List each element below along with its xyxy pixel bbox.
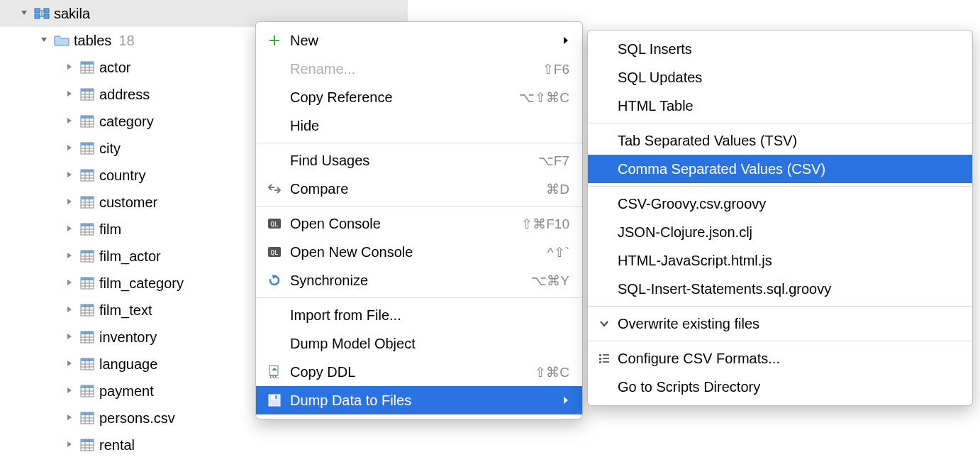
submenu-goto-scripts-directory[interactable]: Go to Scripts Directory [588, 373, 972, 401]
svg-marker-65 [67, 280, 72, 285]
expand-arrow-down-icon[interactable] [40, 35, 50, 45]
dump-data-submenu: SQL Inserts SQL Updates HTML Table Tab S… [587, 30, 973, 406]
table-icon [79, 437, 95, 453]
expand-arrow-right-icon[interactable] [65, 386, 75, 396]
svg-rect-25 [81, 116, 94, 119]
menu-synchronize[interactable]: Synchronize ⌥⌘Y [256, 266, 582, 295]
svg-rect-133 [599, 361, 601, 363]
menu-open-console[interactable]: QL Open Console ⇧⌘F10 [256, 209, 582, 238]
table-icon [79, 383, 95, 399]
svg-rect-2 [44, 9, 49, 13]
expand-arrow-right-icon[interactable] [65, 143, 75, 153]
tree-table-node[interactable]: rental [0, 432, 408, 458]
menu-separator [588, 186, 972, 187]
svg-rect-53 [81, 224, 94, 226]
menu-import-from-file[interactable]: Import from File... [256, 301, 582, 329]
menu-copy-reference[interactable]: Copy Reference ⌥⇧⌘C [256, 83, 582, 111]
tree-table-label: category [99, 114, 154, 130]
table-icon [79, 221, 95, 237]
submenu-sql-insert-statements[interactable]: SQL-Insert-Statements.sql.groovy [588, 275, 972, 303]
submenu-tsv[interactable]: Tab Separated Values (TSV) [588, 126, 972, 155]
shortcut: ⌥⌘Y [531, 273, 569, 289]
submenu-sql-inserts[interactable]: SQL Inserts [588, 35, 972, 63]
expand-arrow-down-icon[interactable] [20, 9, 30, 18]
submenu-sql-updates[interactable]: SQL Updates [588, 63, 972, 92]
table-icon [79, 356, 95, 372]
svg-text:QL: QL [271, 249, 279, 256]
svg-marker-58 [67, 253, 72, 258]
svg-rect-81 [81, 331, 94, 334]
tree-table-label: inventory [99, 329, 157, 346]
submenu-configure-csv-formats[interactable]: Configure CSV Formats... [588, 344, 972, 373]
shortcut: ⌥⇧⌘C [519, 89, 569, 106]
svg-rect-130 [603, 354, 609, 356]
compare-icon [266, 183, 283, 194]
svg-marker-37 [67, 172, 72, 177]
menu-new[interactable]: New [256, 26, 582, 55]
submenu-csv-groovy[interactable]: CSV-Groovy.csv.groovy [588, 189, 972, 218]
expand-arrow-right-icon[interactable] [65, 62, 75, 72]
svg-marker-8 [41, 38, 47, 42]
expand-arrow-right-icon[interactable] [65, 116, 75, 126]
table-icon [79, 194, 95, 210]
expand-arrow-right-icon[interactable] [65, 413, 75, 423]
svg-rect-3 [35, 14, 40, 18]
submenu-arrow-icon [562, 392, 569, 409]
menu-hide[interactable]: Hide [256, 111, 582, 140]
svg-marker-23 [67, 118, 72, 123]
svg-marker-79 [67, 334, 72, 339]
tree-table-label: film_category [99, 275, 184, 292]
svg-marker-30 [67, 145, 72, 150]
expand-arrow-right-icon[interactable] [65, 332, 75, 342]
menu-dump-model-object[interactable]: Dump Model Object [256, 329, 582, 358]
svg-marker-128 [564, 397, 568, 404]
submenu-html-js[interactable]: HTML-JavaScript.html.js [588, 246, 972, 275]
svg-rect-88 [81, 358, 94, 361]
submenu-csv[interactable]: Comma Separated Values (CSV) [588, 155, 972, 183]
svg-rect-46 [81, 197, 94, 199]
svg-marker-107 [67, 441, 72, 447]
submenu-html-table[interactable]: HTML Table [588, 92, 972, 120]
table-icon [79, 410, 95, 426]
svg-rect-109 [81, 439, 94, 442]
menu-copy-ddl[interactable]: DDL Copy DDL ⇧⌘C [256, 358, 582, 386]
svg-rect-134 [603, 361, 609, 363]
context-menu: New Rename... ⇧F6 Copy Reference ⌥⇧⌘C Hi… [255, 21, 583, 419]
expand-arrow-right-icon[interactable] [65, 224, 75, 234]
svg-marker-51 [67, 226, 72, 231]
expand-arrow-right-icon[interactable] [65, 89, 75, 99]
expand-arrow-right-icon[interactable] [65, 305, 75, 315]
expand-arrow-right-icon[interactable] [65, 197, 75, 207]
menu-open-new-console[interactable]: QL Open New Console ^⇧` [256, 238, 582, 266]
svg-rect-115 [269, 40, 279, 41]
menu-compare[interactable]: Compare ⌘D [256, 175, 582, 203]
menu-find-usages[interactable]: Find Usages ⌥F7 [256, 146, 582, 175]
svg-marker-93 [67, 388, 72, 393]
chevron-down-icon [596, 319, 612, 328]
tree-table-label: language [99, 356, 157, 373]
submenu-json-clojure[interactable]: JSON-Clojure.json.clj [588, 218, 972, 246]
tree-tables-count: 18 [118, 33, 134, 49]
svg-rect-39 [81, 170, 94, 172]
svg-rect-129 [599, 354, 601, 356]
svg-text:QL: QL [271, 221, 279, 228]
svg-rect-67 [81, 278, 94, 280]
database-icon [34, 6, 50, 21]
tree-table-label: country [99, 167, 146, 184]
svg-marker-0 [21, 11, 27, 15]
expand-arrow-right-icon[interactable] [65, 170, 75, 180]
expand-arrow-right-icon[interactable] [65, 440, 75, 450]
expand-arrow-right-icon[interactable] [65, 251, 75, 261]
console-icon: QL [266, 217, 283, 230]
expand-arrow-right-icon[interactable] [65, 359, 75, 369]
menu-dump-data-to-files[interactable]: Dump Data to Files [256, 386, 582, 414]
menu-separator [588, 341, 972, 341]
tree-tables-label: tables [74, 33, 111, 49]
shortcut: ⌘D [546, 181, 569, 197]
table-icon [79, 302, 95, 318]
menu-separator [256, 297, 582, 298]
menu-rename: Rename... ⇧F6 [256, 55, 582, 83]
expand-arrow-right-icon[interactable] [65, 278, 75, 288]
svg-rect-131 [599, 358, 601, 360]
submenu-overwrite-existing[interactable]: Overwrite existing files [588, 309, 972, 338]
